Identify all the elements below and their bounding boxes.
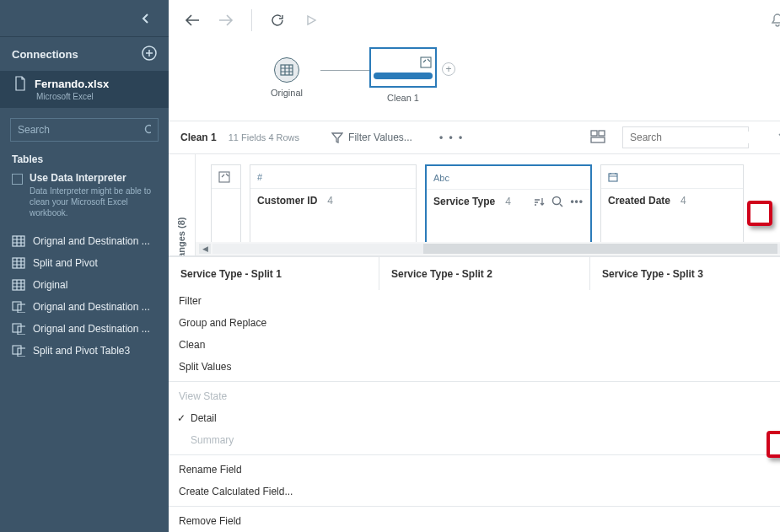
table-pivot-icon [12, 323, 25, 335]
svg-rect-15 [591, 137, 605, 142]
data-interpreter-title: Use Data Interpreter [30, 172, 157, 184]
field-count: 4 [680, 195, 686, 207]
add-step-button[interactable]: + [442, 62, 455, 76]
run-button[interactable] [299, 8, 323, 32]
flow-node-label: Original [271, 88, 303, 98]
connection-file[interactable]: Fernando.xlsx Microsoft Excel [0, 71, 169, 108]
search-icon [144, 124, 151, 136]
sidebar: Connections Fernando.xlsx Microsoft Exce… [0, 0, 169, 532]
profile-cards: # Customer ID 4 1 2 3 4 [196, 154, 780, 242]
scroll-thumb[interactable] [423, 244, 777, 254]
file-icon [14, 76, 26, 91]
back-button[interactable] [180, 8, 204, 32]
type-number-icon: # [257, 172, 262, 182]
table-item-label: Split and Pivot [33, 257, 98, 269]
flow-node-label: Clean 1 [387, 93, 419, 103]
step-meta: 11 Fields 4 Rows [229, 132, 299, 142]
flow-node-original[interactable]: Original [253, 47, 320, 98]
svg-rect-2 [13, 236, 24, 246]
field-card-service-type[interactable]: Abc Service Type 4 ••• - [425, 164, 592, 242]
flow-node-clean[interactable]: Clean 1 [369, 47, 437, 103]
grid-column-header[interactable]: Service Type - Split 3 [590, 257, 780, 290]
menu-detail[interactable]: Detail [169, 407, 780, 429]
search-icon[interactable] [551, 196, 563, 207]
data-interpreter-checkbox[interactable] [12, 174, 23, 185]
add-connection-button[interactable] [142, 46, 157, 63]
table-item-label: Original [33, 279, 67, 291]
grid-column-header[interactable]: Service Type - Split 1 [169, 257, 379, 290]
field-card-customer-id[interactable]: # Customer ID 4 1 2 3 4 [250, 164, 417, 242]
file-name: Fernando.xlsx [35, 78, 109, 90]
changes-panel-toggle[interactable]: Changes (8) [169, 154, 196, 255]
profile-search[interactable] [622, 126, 749, 148]
tables-heading: Tables [0, 150, 169, 172]
table-item-label: Orignal and Destination ... [33, 301, 150, 313]
filter-icon [331, 132, 343, 143]
svg-point-18 [553, 197, 561, 205]
menu-filter[interactable]: Filter▶ [169, 290, 780, 312]
table-item[interactable]: Split and Pivot [0, 252, 169, 274]
svg-rect-7 [13, 324, 21, 332]
datasource-icon [280, 64, 293, 76]
profile-search-input[interactable] [630, 132, 756, 143]
svg-rect-4 [13, 280, 24, 290]
svg-rect-9 [13, 346, 21, 354]
table-item[interactable]: Orignal and Destination ... [0, 296, 169, 318]
field-more-button[interactable]: ••• [570, 196, 584, 207]
data-grid-header: Service Type - Split 1 Service Type - Sp… [169, 256, 780, 290]
table-item[interactable]: Original [0, 274, 169, 296]
sidebar-collapse-button[interactable] [0, 0, 169, 37]
notifications-button[interactable] [766, 8, 780, 32]
tables-list: Orignal and Destination ... Split and Pi… [0, 225, 169, 362]
field-count: 4 [505, 196, 511, 207]
field-context-menu: Filter▶ Group and Replace▶ Clean▶ Split … [169, 290, 780, 532]
view-toggle-button[interactable] [590, 130, 605, 146]
svg-rect-14 [599, 131, 605, 136]
svg-rect-3 [13, 258, 24, 268]
field-card-collapsed[interactable] [211, 164, 241, 242]
sidebar-search-input[interactable] [18, 124, 144, 136]
field-count: 4 [327, 195, 333, 207]
step-header: Clean 1 11 Fields 4 Rows Filter Values..… [169, 121, 780, 154]
table-icon [12, 257, 25, 269]
menu-summary: Summary [169, 429, 780, 451]
menu-clean[interactable]: Clean▶ [169, 334, 780, 356]
table-item[interactable]: Orignal and Destination ... [0, 230, 169, 252]
collapse-icon [218, 171, 230, 183]
flow-canvas[interactable]: Original Clean 1 + [169, 40, 780, 121]
scroll-track[interactable] [212, 244, 780, 254]
menu-create-calculated-field[interactable]: Create Calculated Field... [169, 481, 780, 502]
menu-group-replace[interactable]: Group and Replace▶ [169, 312, 780, 334]
type-date-icon [608, 172, 618, 182]
svg-rect-5 [13, 302, 21, 310]
table-item-label: Split and Pivot Table3 [33, 345, 130, 357]
table-item[interactable]: Orignal and Destination ... [0, 318, 169, 340]
forward-button[interactable] [214, 8, 238, 32]
svg-rect-17 [219, 172, 229, 182]
menu-remove-field[interactable]: Remove Field [169, 510, 780, 532]
horizontal-scrollbar[interactable]: ◀ ▶ [196, 242, 780, 255]
step-more-button[interactable]: • • • [439, 132, 464, 143]
grid-column-header[interactable]: Service Type - Split 2 [379, 257, 590, 290]
svg-rect-12 [421, 57, 431, 67]
menu-rename-field[interactable]: Rename Field [169, 459, 780, 481]
field-title: Customer ID [257, 195, 317, 207]
filter-values-button[interactable]: Filter Values... [331, 132, 412, 143]
flow-connector [320, 70, 369, 71]
table-item[interactable]: Split and Pivot Table3 [0, 340, 169, 362]
connections-heading: Connections [12, 48, 78, 61]
field-card-created-date[interactable]: Created Date 4 [600, 164, 744, 242]
table-pivot-icon [12, 345, 25, 357]
table-item-label: Orignal and Destination ... [33, 323, 150, 335]
filter-values-label: Filter Values... [348, 132, 412, 143]
menu-split-values[interactable]: Split Values▶ [169, 356, 780, 378]
table-item-label: Orignal and Destination ... [33, 235, 150, 247]
step-title: Clean 1 [180, 132, 217, 143]
refresh-button[interactable] [266, 8, 289, 32]
scroll-left-button[interactable]: ◀ [199, 244, 211, 254]
field-title: Created Date [608, 195, 670, 207]
sort-icon[interactable] [533, 196, 545, 207]
svg-rect-13 [591, 131, 597, 136]
sidebar-search[interactable] [10, 118, 159, 142]
data-interpreter-row[interactable]: Use Data Interpreter Data Interpreter mi… [0, 172, 169, 225]
